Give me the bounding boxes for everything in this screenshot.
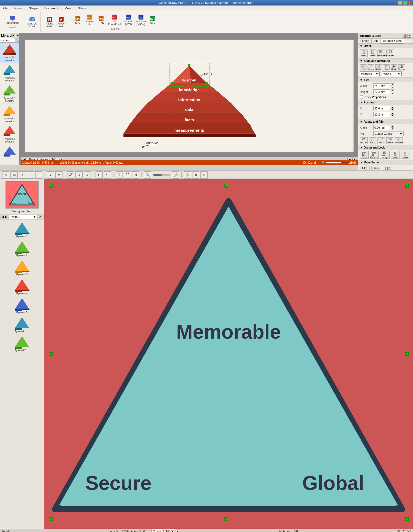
tool-point[interactable]: ⊙: [200, 171, 208, 179]
graphic-button[interactable]: GFX Graphicfile: [84, 13, 95, 26]
tool-pencil[interactable]: ✏: [55, 171, 63, 179]
tool-zoom-out[interactable]: 🔎: [172, 171, 179, 179]
menu-share[interactable]: Share: [76, 6, 88, 10]
bottom-lib-item-pyr1[interactable]: Pyramid 1: [0, 220, 44, 239]
close-button[interactable]: ✕: [407, 1, 412, 5]
adobe-pdf-button[interactable]: A AdobePDF: [56, 15, 67, 29]
tool-crop[interactable]: ⛶: [124, 171, 131, 179]
group-button[interactable]: Group: [360, 151, 369, 159]
bottom-lib-item-pyr5[interactable]: Pyramid 5: [0, 296, 44, 315]
library-item-pyramid1[interactable]: Pyramid 1,isometric: [0, 63, 19, 83]
presentation-button[interactable]: Presentation: [4, 15, 21, 25]
back-button[interactable]: Back: [360, 50, 368, 57]
library-item-pyramid4[interactable]: Pyramid 4,isometric: [0, 124, 19, 144]
tool-ellipse[interactable]: ○: [19, 171, 26, 179]
tool-select[interactable]: ↖: [2, 171, 9, 179]
align-section-header[interactable]: ▼Align and Distribute: [358, 59, 413, 63]
bottom-canvas[interactable]: Memorable Secure Global: [44, 179, 413, 529]
menu-home[interactable]: Home: [13, 6, 24, 10]
bottom-lib-item-pyr2b[interactable]: Pyramid 2, ...: [0, 334, 44, 353]
html-button[interactable]: HTML HTML: [96, 13, 107, 26]
svg-button[interactable]: SVG SVG: [147, 13, 158, 26]
ms-visio-vdx-button[interactable]: VDX MS Visio(VDX): [123, 13, 134, 26]
library-nav-right[interactable]: ▶: [16, 34, 19, 37]
tool-line[interactable]: —: [27, 171, 34, 179]
library-item-pyramid5[interactable]: Pyramid 5,isometric: [0, 144, 19, 158]
rotate-90ccw-btn[interactable]: 90° CCW: [369, 137, 376, 144]
bottom-lib-back[interactable]: ◀: [2, 215, 4, 219]
bottom-lib-item-pyr2[interactable]: Pyramid 2: [0, 239, 44, 258]
library-item-pyramid3[interactable]: Pyramid 3,isometric: [0, 104, 19, 124]
align-left-btn[interactable]: Left: [360, 64, 366, 70]
tab-info[interactable]: Info: [372, 39, 381, 43]
tab-format[interactable]: Format: [358, 39, 372, 43]
align-middle-btn[interactable]: Middle: [391, 64, 397, 70]
height-input[interactable]: [373, 89, 390, 94]
position-section-header[interactable]: ▼Position: [358, 100, 413, 105]
tool-zoom-slider[interactable]: [153, 174, 170, 176]
height-spinner[interactable]: ▲ ▼: [391, 89, 394, 94]
lock-button[interactable]: Lock: [391, 151, 400, 159]
ungroup-button[interactable]: UnGroup: [370, 151, 379, 159]
lock-proportions-checkbox[interactable]: [360, 95, 363, 99]
menu-document[interactable]: Document: [43, 6, 60, 10]
tool-hand[interactable]: ✋: [184, 171, 191, 179]
align-bottom-btn[interactable]: Bottom: [398, 64, 405, 70]
library-nav-left[interactable]: ◀: [11, 34, 15, 37]
tool-rect[interactable]: ▭: [10, 171, 18, 179]
y-spinner[interactable]: ▲ ▼: [391, 112, 394, 117]
canvas-area[interactable]: focus adjust compare sample observe: [19, 33, 413, 165]
library-item-pyramid2[interactable]: Pyramid 2,isometric: [0, 83, 19, 104]
menu-shape[interactable]: Shape: [27, 6, 39, 10]
angle-spinner[interactable]: ▲ ▼: [391, 125, 394, 130]
flip-vertical-btn[interactable]: Vertical: [386, 137, 394, 144]
tool-connect[interactable]: ⊕: [132, 171, 139, 179]
tool-arrange[interactable]: ≡: [84, 171, 91, 179]
tab-arrange-size[interactable]: Arrange & Size: [381, 39, 404, 43]
menu-file[interactable]: File: [1, 6, 9, 10]
panel-pin-btn[interactable]: 📌: [403, 34, 407, 38]
y-input[interactable]: [373, 112, 390, 117]
align-top-btn[interactable]: Top: [383, 64, 390, 70]
same-size-button[interactable]: Size: [360, 166, 370, 170]
order-section-header[interactable]: ▼Order: [358, 44, 413, 48]
flip-horizontal-btn[interactable]: Horizontal: [395, 137, 403, 144]
edit-group-button[interactable]: EditGroup: [380, 151, 390, 159]
maximize-button[interactable]: □: [403, 1, 407, 5]
backward-button[interactable]: Backward: [377, 50, 385, 57]
tool-delete[interactable]: ⌫: [67, 171, 74, 179]
align-right-btn[interactable]: Right: [375, 64, 382, 70]
rotate-90cw-btn[interactable]: 90° CW: [360, 137, 368, 144]
library-item-pyramid-isometric[interactable]: Pyramidisometric: [0, 43, 19, 63]
tool-pen[interactable]: /: [47, 171, 54, 179]
bottom-zoom-select[interactable]: Custom 208%: [151, 529, 175, 532]
eps-button[interactable]: EPS EPS: [72, 13, 83, 26]
panel-close-btn[interactable]: ✕: [407, 34, 411, 38]
bottom-lib-item-pyr1b[interactable]: Pyramid 1, ...: [0, 315, 44, 334]
tool-undo[interactable]: ↩: [96, 171, 103, 179]
tool-format[interactable]: ⎆: [75, 171, 83, 179]
adobe-flash-button[interactable]: Fl AdobeFlash: [44, 15, 55, 29]
vertical-distribute-select[interactable]: Vertical: [382, 71, 402, 76]
rotate-section-header[interactable]: ▼Rotate and Flip: [358, 119, 413, 124]
tool-poly[interactable]: ⬡: [35, 171, 42, 179]
forward-button[interactable]: Forward: [386, 50, 394, 57]
front-button[interactable]: Front: [369, 50, 376, 57]
unlock-button[interactable]: UnLock: [401, 151, 409, 159]
angle-input[interactable]: [373, 125, 390, 130]
bottom-lib-forward[interactable]: ▶: [5, 215, 7, 219]
x-spinner[interactable]: ▲ ▼: [391, 106, 394, 111]
x-input[interactable]: [373, 106, 390, 111]
pin-select[interactable]: Center-Center Center Right Top Left Top …: [373, 131, 404, 136]
tool-rotate[interactable]: ↻: [192, 171, 199, 179]
bottom-lib-item-pyr4[interactable]: Pyramid 4: [0, 277, 44, 296]
tool-text[interactable]: T: [116, 171, 123, 179]
width-spinner-up[interactable]: ▲ ▼: [391, 83, 394, 88]
same-width-button[interactable]: Width: [371, 166, 381, 170]
library-search-button[interactable]: 🔍: [15, 38, 19, 42]
tool-zoom-in[interactable]: 🔍: [144, 171, 151, 179]
rotate-180-btn[interactable]: 180 °: [377, 137, 385, 144]
bottom-lib-close[interactable]: ✕: [39, 215, 42, 219]
group-lock-section-header[interactable]: ▼Group and Lock: [358, 145, 413, 150]
ms-pp-button[interactable]: PPT MSPowerPoint: [107, 13, 122, 26]
